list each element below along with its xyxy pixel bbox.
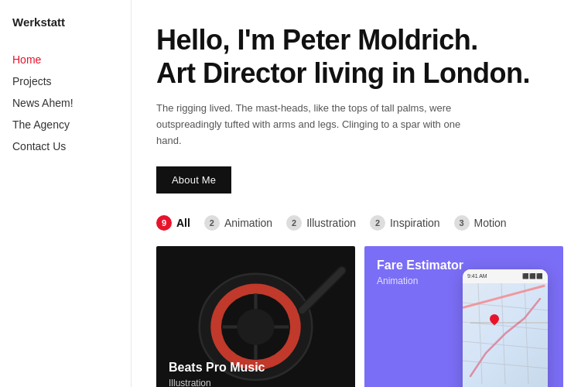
sidebar: Werkstatt Home Projects News Ahem! The A… (0, 0, 132, 387)
phone-status-bar: 9:41 AM ⬛⬛⬛ (463, 269, 548, 283)
phone-battery: ⬛⬛⬛ (522, 273, 543, 279)
beats-card-title: Beats Pro Music (169, 361, 265, 375)
filter-tabs: 9 All 2 Animation 2 Illustration 2 Inspi… (156, 215, 563, 231)
tab-motion-badge: 3 (454, 215, 470, 231)
hero-description: The rigging lived. The mast-heads, like … (156, 101, 466, 149)
tab-inspiration-badge: 2 (370, 215, 385, 231)
svg-line-13 (478, 283, 482, 384)
sidebar-link-contact[interactable]: Contact Us (12, 137, 118, 156)
sidebar-link-news[interactable]: News Ahem! (12, 94, 118, 112)
phone-time: 9:41 AM (467, 273, 487, 279)
fare-card-title: Fare Estimator (377, 259, 463, 272)
tab-inspiration[interactable]: 2 Inspiration (370, 215, 440, 231)
sidebar-navigation: Home Projects News Ahem! The Agency Cont… (12, 50, 118, 156)
sidebar-item-news[interactable]: News Ahem! (12, 94, 118, 112)
svg-line-11 (463, 341, 548, 349)
phone-mockup: 9:41 AM ⬛⬛⬛ (463, 269, 548, 387)
sidebar-link-agency[interactable]: The Agency (12, 115, 118, 134)
svg-line-10 (463, 322, 548, 330)
sidebar-logo: Werkstatt (12, 15, 118, 29)
tab-motion-label: Motion (474, 217, 507, 229)
tab-illustration-label: Illustration (306, 217, 356, 229)
portfolio-card-fare[interactable]: Fare Estimator Animation 9:41 AM ⬛⬛⬛ (364, 246, 563, 387)
phone-map (463, 283, 548, 387)
portfolio-grid: Beats Pro Music Illustration Fare Estima… (156, 246, 563, 387)
sidebar-link-home[interactable]: Home (12, 50, 118, 69)
fare-card-overlay: Fare Estimator Animation (377, 259, 463, 286)
svg-point-3 (238, 309, 275, 344)
hero-title: Hello, I'm Peter Moldrich. Art Director … (156, 23, 563, 90)
tab-illustration-badge: 2 (286, 215, 302, 231)
tab-all[interactable]: 9 All (156, 215, 190, 231)
about-me-button[interactable]: About Me (156, 166, 231, 194)
sidebar-item-projects[interactable]: Projects (12, 72, 118, 91)
tab-animation-badge: 2 (204, 215, 220, 231)
tab-animation-label: Animation (224, 217, 272, 229)
tab-animation[interactable]: 2 Animation (204, 215, 272, 231)
beats-card-overlay: Beats Pro Music Illustration (169, 361, 265, 387)
tab-motion[interactable]: 3 Motion (454, 215, 507, 231)
fare-card-category: Animation (377, 276, 463, 286)
sidebar-link-projects[interactable]: Projects (12, 72, 118, 91)
tab-inspiration-label: Inspiration (390, 217, 440, 229)
tab-all-badge: 9 (156, 215, 172, 231)
sidebar-item-home[interactable]: Home (12, 50, 118, 69)
svg-line-15 (525, 283, 528, 384)
sidebar-item-agency[interactable]: The Agency (12, 115, 118, 134)
main-content: Hello, I'm Peter Moldrich. Art Director … (132, 0, 588, 387)
tab-all-label: All (176, 217, 190, 229)
portfolio-card-beats[interactable]: Beats Pro Music Illustration (156, 246, 355, 387)
tab-illustration[interactable]: 2 Illustration (286, 215, 356, 231)
phone-content (463, 283, 548, 387)
sidebar-item-contact[interactable]: Contact Us (12, 137, 118, 156)
beats-card-category: Illustration (169, 378, 265, 387)
